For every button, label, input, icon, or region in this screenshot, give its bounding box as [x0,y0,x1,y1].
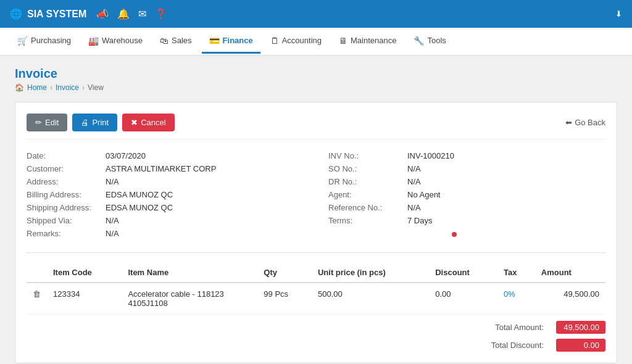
megaphone-icon[interactable]: 📣 [96,8,109,20]
total-amount-label: Total Amount: [470,323,544,332]
invoice-table: Item Code Item Name Qty Unit price (in p… [27,263,605,315]
maintenance-icon: 🖥 [339,36,347,46]
nav-accounting-label: Accounting [282,36,322,45]
tools-icon: 🔧 [414,36,424,46]
nav-sales[interactable]: 🛍 Sales [152,30,199,54]
detail-shipping: Shipping Address: EDSA MUNOZ QC [27,201,304,214]
print-icon: 🖨 [81,118,89,127]
mail-icon[interactable]: ✉ [138,8,146,20]
detail-remarks: Remarks: N/A [27,227,304,240]
cancel-icon: ✖ [131,118,138,127]
status-dot [452,232,457,237]
tax-link[interactable]: 0% [504,289,515,299]
th-amount: Amount [535,263,605,283]
cancel-button[interactable]: ✖ Cancel [122,114,174,131]
th-delete [27,263,47,283]
invoice-details-left: Date: 03/07/2020 Customer: ASTRA MULTIMA… [27,149,304,240]
top-bar-right[interactable]: ⬇ [615,9,622,19]
delete-cell: 🗑 [27,283,47,315]
finance-icon: 💳 [209,36,220,46]
invoice-card: ✏ Edit 🖨 Print ✖ Cancel ⬅ Go Back [15,102,617,363]
amount-cell: 49,500.00 [535,283,605,315]
nav-maintenance-label: Maintenance [351,36,396,45]
nav-tools[interactable]: 🔧 Tools [406,30,453,54]
top-bar: 🌐 SIA SYSTEM 📣 🔔 ✉ ❓ ⬇ [0,0,632,28]
invoice-details: Date: 03/07/2020 Customer: ASTRA MULTIMA… [27,149,605,240]
status-indicator [328,232,605,237]
unit-price-cell: 500.00 [312,283,429,315]
breadcrumb-sep-1: › [50,83,52,92]
breadcrumb-invoice[interactable]: Invoice [56,83,79,92]
detail-reference: Reference No.: N/A [328,201,605,214]
item-name-cell: Accelerator cable - 118123 4105J1108 [122,283,257,315]
total-discount-row: Total Discount: 0.00 [470,339,605,352]
nav-sales-label: Sales [172,36,192,45]
brand: 🌐 SIA SYSTEM [10,8,86,20]
detail-customer: Customer: ASTRA MULTIMARKET CORP [27,162,304,175]
accounting-icon: 🗒 [270,36,279,46]
globe-icon: 🌐 [10,8,22,20]
brand-name: SIA SYSTEM [27,9,86,20]
nav-tools-label: Tools [427,36,446,45]
top-bar-icons: 📣 🔔 ✉ ❓ [96,8,167,20]
breadcrumb: 🏠 Home › Invoice › View [15,83,617,92]
user-dropdown-icon[interactable]: ⬇ [615,9,622,19]
page-content: Invoice 🏠 Home › Invoice › View ✏ Edit 🖨… [0,56,632,364]
purchasing-icon: 🛒 [17,36,28,46]
home-icon: 🏠 [15,83,24,92]
item-code-cell: 123334 [47,283,122,315]
nav-warehouse-label: Warehouse [102,36,143,45]
th-tax: Tax [497,263,535,283]
th-item-code: Item Code [47,263,122,283]
tax-cell: 0% [497,283,535,315]
breadcrumb-current: View [88,83,104,92]
detail-dr-no: DR No.: N/A [328,175,605,188]
top-bar-left: 🌐 SIA SYSTEM 📣 🔔 ✉ ❓ [10,8,167,20]
nav-accounting[interactable]: 🗒 Accounting [263,30,329,54]
totals-section: Total Amount: 49,500.00 Total Discount: … [27,321,605,352]
go-back-icon: ⬅ [565,118,572,127]
th-item-name: Item Name [122,263,257,283]
total-amount-value: 49,500.00 [556,321,605,334]
print-button[interactable]: 🖨 Print [72,114,117,131]
nav-warehouse[interactable]: 🏭 Warehouse [81,30,150,54]
detail-shipped-via: Shipped Via: N/A [27,214,304,227]
total-discount-label: Total Discount: [470,341,544,350]
detail-so-no: SO No.: N/A [328,162,605,175]
table-header: Item Code Item Name Qty Unit price (in p… [27,263,605,283]
th-discount: Discount [429,263,497,283]
sales-icon: 🛍 [160,36,168,46]
nav-purchasing[interactable]: 🛒 Purchasing [10,30,78,54]
th-unit-price: Unit price (in pcs) [312,263,429,283]
edit-button[interactable]: ✏ Edit [27,114,67,131]
edit-icon: ✏ [35,118,42,127]
breadcrumb-home[interactable]: Home [27,83,47,92]
delete-icon[interactable]: 🗑 [33,289,41,299]
table-header-row: Item Code Item Name Qty Unit price (in p… [27,263,605,283]
help-icon[interactable]: ❓ [155,8,167,20]
nav-finance[interactable]: 💳 Finance [202,30,260,54]
discount-cell: 0.00 [429,283,497,315]
detail-inv-no: INV No.: INV-1000210 [328,149,605,162]
invoice-details-right: INV No.: INV-1000210 SO No.: N/A DR No.:… [328,149,605,240]
table-body: 🗑 123334 Accelerator cable - 118123 4105… [27,283,605,315]
warehouse-icon: 🏭 [88,36,99,46]
detail-billing: Billing Address: EDSA MUNOZ QC [27,188,304,201]
breadcrumb-sep-2: › [82,83,85,92]
divider [27,252,605,253]
bell-icon[interactable]: 🔔 [117,8,130,20]
table-row: 🗑 123334 Accelerator cable - 118123 4105… [27,283,605,315]
nav-maintenance[interactable]: 🖥 Maintenance [331,30,404,54]
total-discount-value: 0.00 [556,339,605,352]
detail-agent: Agent: No Agent [328,188,605,201]
qty-cell: 99 Pcs [257,283,312,315]
total-amount-row: Total Amount: 49,500.00 [470,321,605,334]
main-nav: 🛒 Purchasing 🏭 Warehouse 🛍 Sales 💳 Finan… [0,28,632,56]
toolbar: ✏ Edit 🖨 Print ✖ Cancel ⬅ Go Back [27,114,605,139]
detail-date: Date: 03/07/2020 [27,149,304,162]
nav-purchasing-label: Purchasing [31,36,71,45]
toolbar-left: ✏ Edit 🖨 Print ✖ Cancel [27,114,175,131]
page-title: Invoice [15,67,617,81]
go-back-button[interactable]: ⬅ Go Back [565,118,605,127]
detail-terms: Terms: 7 Days [328,214,605,227]
